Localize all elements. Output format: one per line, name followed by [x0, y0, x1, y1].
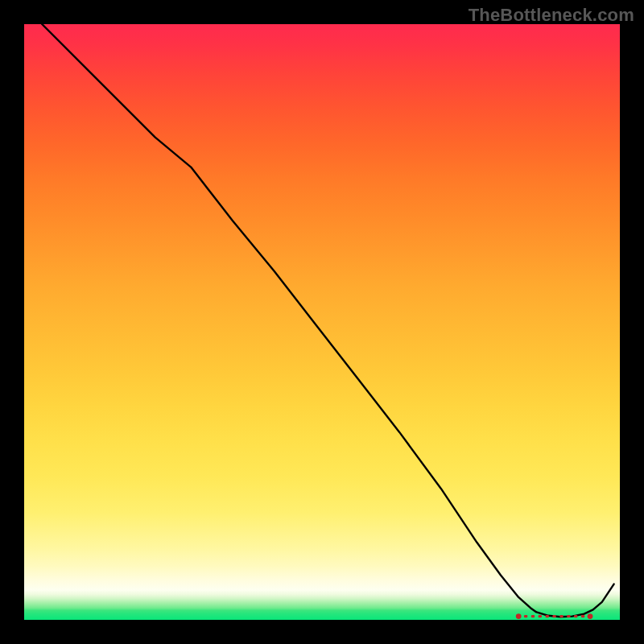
optimal-marker-segment [517, 615, 520, 617]
plot-area [24, 24, 620, 620]
bottleneck-curve [42, 24, 613, 617]
optimal-marker-segment [539, 615, 542, 617]
optimal-marker-segment [559, 615, 563, 617]
watermark-text: TheBottleneck.com [469, 5, 634, 26]
optimal-marker-segment [524, 615, 527, 617]
optimal-marker-segment [574, 615, 577, 617]
chart-frame: TheBottleneck.com [0, 0, 644, 644]
chart-svg [24, 24, 620, 620]
optimal-marker-segment [552, 615, 555, 617]
optimal-marker-segment [531, 615, 535, 617]
optimal-marker-segment [546, 615, 549, 617]
optimal-marker-segment [588, 615, 592, 617]
optimal-marker-segment [581, 615, 584, 617]
optimal-marker-segment [567, 615, 570, 617]
